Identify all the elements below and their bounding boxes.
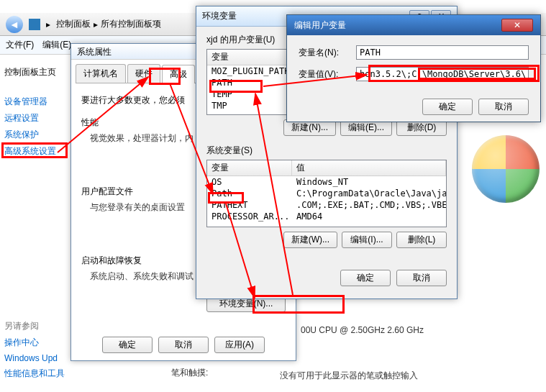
edit-cancel-button[interactable]: 取消 <box>478 99 529 115</box>
sys-vars-label: 系统变量(S) <box>206 145 447 157</box>
title-text: 环境变量 <box>202 10 237 22</box>
windows-logo-icon <box>472 135 540 203</box>
sidebar-home[interactable]: 控制面板主页 <box>4 66 65 78</box>
menu-edit[interactable]: 编辑(E) <box>42 39 71 51</box>
sys-edit-button[interactable]: 编辑(I)... <box>342 232 392 248</box>
env-cancel-button[interactable]: 取消 <box>396 270 447 286</box>
pen-touch-value: 没有可用于此显示器的笔或触控输入 <box>280 370 418 382</box>
edit-dialog-title: 编辑用户变量 ✕ <box>287 15 540 35</box>
apply-button[interactable]: 应用(A) <box>214 337 265 353</box>
pen-touch-label: 笔和触摸: <box>171 368 208 378</box>
breadcrumb-2[interactable]: 所有控制面板项 <box>101 18 161 30</box>
sidebar: 控制面板主页 设备管理器 远程设置 系统保护 高级系统设置 另请参阅 操作中心 … <box>0 55 69 392</box>
breadcrumb-sep: ▸ <box>46 19 50 29</box>
var-name-input[interactable] <box>356 45 529 60</box>
tab-advanced[interactable]: 高级 <box>162 65 195 83</box>
close-icon[interactable]: ✕ <box>501 19 533 32</box>
col-header-var[interactable]: 变量 <box>207 160 292 176</box>
cpu-info: 00U CPU @ 2.50GHz 2.60 GHz <box>301 325 537 335</box>
var-value-input[interactable] <box>356 67 529 81</box>
list-row: PATHEXT.COM;.EXE;.BAT;.CMD;.VBS;.VBE;... <box>207 199 446 211</box>
var-value-label: 变量值(V): <box>299 68 356 81</box>
list-row: PathC:\ProgramData\Oracle\Java\java... <box>207 188 446 199</box>
sidebar-remote[interactable]: 远程设置 <box>4 112 65 124</box>
list-row: PROCESSOR_AR...AMD64 <box>207 211 446 222</box>
col-header-val[interactable]: 值 <box>292 160 446 176</box>
col-header-var[interactable]: 变量 <box>207 50 292 65</box>
env-ok-button[interactable]: 确定 <box>340 270 391 286</box>
sidebar-see-also: 另请参阅 <box>4 321 39 331</box>
sidebar-device-mgr[interactable]: 设备管理器 <box>4 96 65 108</box>
edit-user-var-dialog: 编辑用户变量 ✕ 变量名(N): 变量值(V): 确定 取消 <box>286 14 541 122</box>
var-name-label: 变量名(N): <box>299 47 356 59</box>
sidebar-protection[interactable]: 系统保护 <box>4 129 65 141</box>
sidebar-action-center[interactable]: 操作中心 <box>4 337 65 349</box>
breadcrumb-1[interactable]: 控制面板 <box>56 18 91 30</box>
sidebar-advanced[interactable]: 高级系统设置 <box>4 145 65 158</box>
sidebar-winupdate[interactable]: Windows Upd <box>4 353 65 363</box>
tab-hardware[interactable]: 硬件 <box>127 64 160 83</box>
breadcrumb-sep: ▸ <box>94 19 98 29</box>
tab-computer-name[interactable]: 计算机名 <box>76 64 126 83</box>
sys-vars-list[interactable]: 变量 值 OSWindows_NT PathC:\ProgramData\Ora… <box>206 160 447 227</box>
cancel-button[interactable]: 取消 <box>158 337 209 353</box>
breadcrumb[interactable]: 控制面板 ▸ 所有控制面板项 <box>56 18 161 30</box>
title-text: 编辑用户变量 <box>294 19 346 32</box>
sys-delete-button[interactable]: 删除(L) <box>396 232 447 248</box>
menu-file[interactable]: 文件(F) <box>6 39 34 51</box>
edit-ok-button[interactable]: 确定 <box>422 99 473 115</box>
list-row: OSWindows_NT <box>207 176 446 188</box>
back-icon[interactable]: ◄ <box>6 16 23 33</box>
sys-new-button[interactable]: 新建(W)... <box>283 232 337 248</box>
ok-button[interactable]: 确定 <box>102 337 153 353</box>
control-panel-icon <box>29 19 40 30</box>
sidebar-perf-info[interactable]: 性能信息和工具 <box>4 368 65 380</box>
